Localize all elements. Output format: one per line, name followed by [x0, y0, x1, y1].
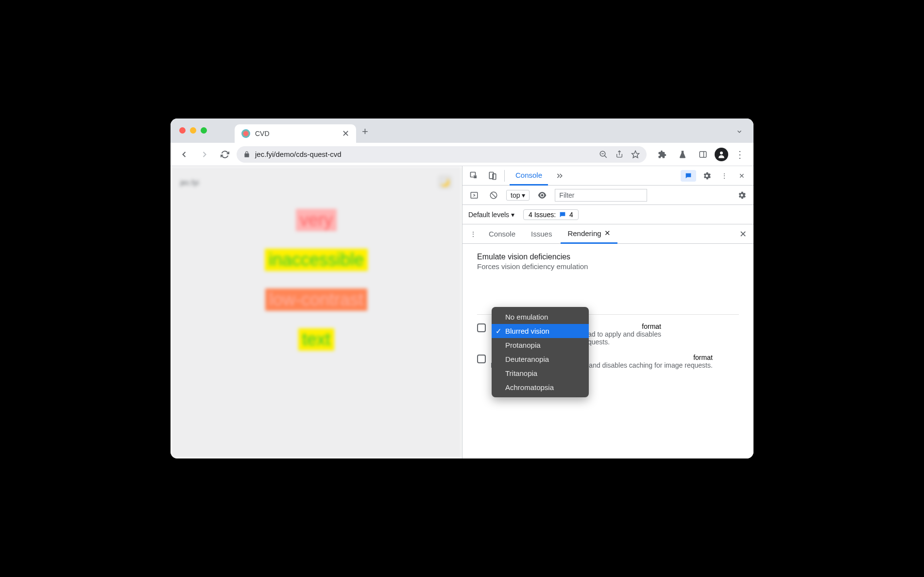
format-title-tail: format [693, 354, 713, 361]
chevron-down-icon: ▾ [511, 211, 514, 219]
devtools-close-icon[interactable]: ✕ [735, 169, 749, 183]
context-selector[interactable]: top ▾ [506, 190, 530, 201]
issues-label: 4 Issues: [529, 211, 556, 219]
live-expression-icon[interactable] [535, 188, 549, 202]
tab-label: Issues [531, 230, 552, 238]
svg-marker-3 [632, 151, 639, 157]
window-close-button[interactable] [179, 127, 186, 134]
svg-point-13 [541, 194, 544, 196]
issues-chip[interactable]: 4 Issues: 4 [523, 209, 579, 220]
reload-button[interactable] [216, 146, 234, 163]
filter-input[interactable]: Filter [555, 189, 647, 202]
tab-label: Console [515, 171, 542, 179]
browser-toolbar: jec.fyi/demo/cds-quest-cvd [171, 143, 753, 166]
window-controls [179, 127, 207, 134]
labs-icon[interactable] [674, 146, 691, 163]
dropdown-option-deuteranopia[interactable]: Deuteranopia [492, 352, 589, 366]
lock-icon [243, 151, 250, 158]
tab-title: CVD [255, 130, 270, 137]
back-button[interactable] [175, 146, 193, 163]
console-toolbar: top ▾ Filter [462, 186, 753, 205]
extensions-icon[interactable] [653, 146, 671, 163]
zoom-out-icon[interactable] [599, 150, 608, 159]
webpage: jec.fyi 🌙 very inaccessible low-contrast… [171, 166, 462, 458]
svg-point-6 [720, 152, 723, 154]
demo-word: text [298, 328, 334, 351]
address-bar[interactable]: jec.fyi/demo/cds-quest-cvd [237, 146, 647, 163]
drawer-tab-issues[interactable]: Issues [524, 224, 559, 244]
url-text: jec.fyi/demo/cds-quest-cvd [255, 150, 342, 158]
omnibox-actions [599, 150, 640, 159]
tab-list-button[interactable] [736, 128, 743, 137]
forward-button[interactable] [196, 146, 213, 163]
drawer-tab-console[interactable]: Console [482, 224, 522, 244]
toolbar-right: ⋮ [653, 146, 749, 163]
new-tab-button[interactable]: + [362, 125, 368, 140]
checkbox[interactable] [477, 323, 486, 332]
window-fullscreen-button[interactable] [201, 127, 207, 134]
filter-placeholder: Filter [559, 191, 574, 199]
console-levels-bar: Default levels ▾ 4 Issues: 4 [462, 205, 753, 224]
bookmark-icon[interactable] [631, 150, 640, 159]
console-settings-icon[interactable] [735, 188, 749, 202]
inspect-element-icon[interactable] [467, 169, 481, 183]
option-label: Protanopia [505, 341, 541, 349]
demo-word: very [296, 209, 337, 231]
option-label: Achromatopsia [505, 383, 554, 391]
site-label: jec.fyi [180, 178, 199, 187]
tab-close-icon[interactable]: ✕ [342, 128, 349, 139]
browser-window: CVD ✕ + jec.fyi/demo/cds-quest-cvd [171, 119, 753, 458]
console-sidebar-toggle-icon[interactable] [467, 188, 481, 202]
profile-avatar[interactable] [715, 148, 728, 161]
dropdown-option-achromatopsia[interactable]: Achromatopsia [492, 380, 589, 394]
devtools-tab-console[interactable]: Console [510, 166, 548, 186]
browser-tab[interactable]: CVD ✕ [235, 124, 356, 143]
svg-rect-10 [471, 192, 478, 198]
drawer-menu-icon[interactable]: ⋮ [466, 227, 480, 241]
drawer-tabs: ⋮ Console Issues Rendering ✕ ✕ [462, 224, 753, 244]
content-area: jec.fyi 🌙 very inaccessible low-contrast… [171, 166, 753, 458]
device-toolbar-icon[interactable] [486, 169, 499, 183]
svg-line-1 [604, 155, 607, 158]
chevron-down-icon: ▾ [522, 191, 525, 199]
section-subtitle: Forces vision deficiency emulation [477, 262, 739, 271]
demo-word: low-contrast [265, 288, 367, 311]
tab-strip: CVD ✕ + [171, 119, 753, 143]
settings-icon[interactable] [700, 169, 714, 183]
drawer-close-icon[interactable]: ✕ [739, 229, 750, 239]
dropdown-option-protanopia[interactable]: Protanopia [492, 338, 589, 352]
context-label: top [511, 191, 520, 199]
tab-label: Rendering [567, 229, 601, 238]
option-label: No emulation [505, 313, 548, 321]
format-title-tail: format [642, 322, 661, 330]
vision-deficiency-dropdown: No emulation Blurred vision Protanopia D… [492, 307, 589, 397]
log-levels-selector[interactable]: Default levels ▾ [468, 211, 514, 219]
devtools-menu-icon[interactable]: ⋮ [718, 169, 731, 183]
issues-indicator[interactable] [681, 170, 696, 182]
dropdown-option-blurred-vision[interactable]: Blurred vision [492, 324, 589, 338]
sidepanel-icon[interactable] [694, 146, 712, 163]
drawer-tab-rendering[interactable]: Rendering ✕ [561, 224, 617, 244]
share-icon[interactable] [616, 150, 623, 159]
clear-console-icon[interactable] [487, 188, 500, 202]
levels-label: Default levels [468, 211, 509, 219]
format-desc-tail: ad to apply and disables [588, 330, 661, 338]
window-minimize-button[interactable] [190, 127, 196, 134]
more-tabs-icon[interactable] [553, 169, 566, 183]
tab-close-icon[interactable]: ✕ [604, 229, 611, 238]
checkbox[interactable] [477, 355, 486, 363]
favicon-icon [241, 129, 250, 138]
dropdown-option-no-emulation[interactable]: No emulation [492, 310, 589, 324]
issue-icon [559, 211, 566, 219]
option-label: Tritanopia [505, 369, 537, 377]
devtools-panel: Console ⋮ ✕ [462, 166, 753, 458]
issues-count: 4 [569, 211, 573, 219]
option-label: Deuteranopia [505, 355, 549, 363]
svg-rect-4 [700, 152, 706, 157]
chrome-menu-icon[interactable]: ⋮ [731, 146, 749, 163]
dropdown-option-tritanopia[interactable]: Tritanopia [492, 366, 589, 380]
format-desc-line2: quests. [588, 338, 610, 346]
tab-label: Console [489, 230, 515, 238]
theme-toggle[interactable]: 🌙 [438, 175, 452, 189]
option-label: Blurred vision [505, 327, 549, 335]
